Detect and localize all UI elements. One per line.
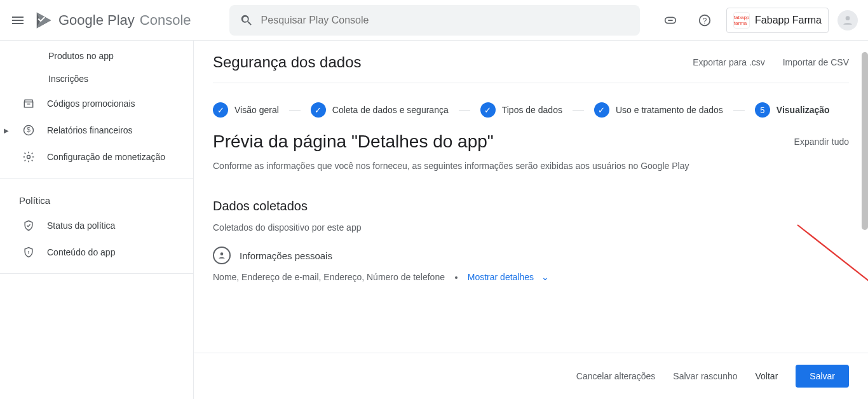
main-scroll: Segurança dos dados Exportar para .csv I… <box>194 41 868 353</box>
search-bar[interactable] <box>229 5 640 36</box>
collected-sub: Coletados do dispositivo por este app <box>213 222 849 233</box>
top-icons: ? fabapp farma Fabapp Farma <box>658 8 858 33</box>
account-chip[interactable]: fabapp farma Fabapp Farma <box>726 8 829 33</box>
save-draft-button[interactable]: Salvar rascunho <box>673 371 737 381</box>
expand-all[interactable]: Expandir tudo <box>794 137 849 147</box>
info-row: Informações pessoais <box>213 247 849 264</box>
link-icon[interactable] <box>658 8 683 33</box>
brand-name-2: Console <box>140 12 191 29</box>
step-preview[interactable]: 5Visualização <box>755 102 830 118</box>
step-overview[interactable]: ✓Visão geral <box>213 102 279 118</box>
step-label: Tipos de dados <box>502 105 562 115</box>
dot-separator <box>455 276 458 279</box>
svg-text:$: $ <box>27 126 31 133</box>
sidebar-item-promos[interactable]: Códigos promocionais <box>0 90 193 117</box>
page-header: Segurança dos dados Exportar para .csv I… <box>213 53 849 83</box>
step-separator <box>289 110 301 111</box>
section-header: Prévia da página "Detalhes do app" Expan… <box>213 132 849 152</box>
info-label: Informações pessoais <box>240 250 332 261</box>
sidebar-item-label: Status da política <box>47 220 115 231</box>
sidebar-item-label: Códigos promocionais <box>47 98 135 109</box>
search-icon <box>240 13 254 27</box>
collected-list-row: Nome, Endereço de e-mail, Endereço, Núme… <box>213 272 849 282</box>
check-icon: ✓ <box>480 102 496 118</box>
logo[interactable]: Google Play Console <box>34 11 191 30</box>
step-usage[interactable]: ✓Uso e tratamento de dados <box>594 102 723 118</box>
sidebar-item-products[interactable]: Produtos no app <box>0 44 193 67</box>
save-button[interactable]: Salvar <box>796 365 849 388</box>
check-icon: ✓ <box>594 102 609 118</box>
svg-point-8 <box>28 251 29 252</box>
user-avatar[interactable] <box>837 10 858 30</box>
step-label: Coleta de dados e segurança <box>332 105 449 115</box>
show-details-link[interactable]: Mostrar detalhes <box>468 272 534 282</box>
sidebar-item-policy-status[interactable]: Status da política <box>0 212 193 239</box>
search-input[interactable] <box>261 15 630 26</box>
sidebar-item-monetization[interactable]: Configuração de monetização <box>0 144 193 170</box>
help-icon[interactable]: ? <box>692 8 717 33</box>
page-title: Segurança dos dados <box>213 53 362 71</box>
svg-text:?: ? <box>703 16 707 25</box>
scrollbar-thumb[interactable] <box>862 52 868 230</box>
import-csv-link[interactable]: Importar de CSV <box>783 57 849 67</box>
sidebar-item-app-content[interactable]: Conteúdo do app <box>0 239 193 266</box>
step-separator <box>733 110 745 111</box>
sidebar-item-finance[interactable]: ▶ $ Relatórios financeiros <box>0 117 193 144</box>
svg-rect-9 <box>29 252 29 254</box>
person-icon <box>213 247 231 264</box>
storefront-icon <box>22 97 36 111</box>
brand-name-1: Google Play <box>58 12 135 29</box>
sidebar-item-label: Conteúdo do app <box>47 247 115 257</box>
back-button[interactable]: Voltar <box>756 371 778 381</box>
chevron-down-icon: ⌄ <box>541 272 549 282</box>
header-links: Exportar para .csv Importar de CSV <box>693 57 849 67</box>
svg-line-11 <box>797 225 868 353</box>
sidebar-item-label: Relatórios financeiros <box>47 125 133 135</box>
svg-point-7 <box>27 156 31 159</box>
step-label: Visão geral <box>234 105 279 115</box>
shield-check-icon <box>22 219 36 233</box>
step-separator <box>459 110 470 111</box>
collected-title: Dados coletados <box>213 199 849 213</box>
step-label: Visualização <box>776 105 830 115</box>
divider <box>0 178 193 179</box>
step-label: Uso e tratamento de dados <box>616 105 723 115</box>
account-name: Fabapp Farma <box>755 15 822 26</box>
step-collection[interactable]: ✓Coleta de dados e segurança <box>311 102 449 118</box>
topbar: Google Play Console ? fabapp farma Fabap… <box>0 0 868 41</box>
sidebar-section-policy: Política <box>0 186 193 212</box>
footer: Cancelar alterações Salvar rascunho Volt… <box>194 353 868 399</box>
step-types[interactable]: ✓Tipos de dados <box>480 102 562 118</box>
divider <box>0 273 193 274</box>
sidebar-item-label: Produtos no app <box>48 51 114 61</box>
sidebar-item-label: Inscrições <box>48 74 88 84</box>
export-csv-link[interactable]: Exportar para .csv <box>693 57 765 67</box>
check-icon: ✓ <box>213 102 228 118</box>
gear-icon <box>22 150 36 164</box>
hamburger-icon[interactable] <box>10 13 25 28</box>
cancel-button[interactable]: Cancelar alterações <box>576 371 656 381</box>
dollar-icon: $ <box>22 123 36 137</box>
app-mini-icon: fabapp farma <box>733 12 750 29</box>
section-title: Prévia da página "Detalhes do app" <box>213 132 494 152</box>
check-icon: ✓ <box>311 102 326 118</box>
collected-list: Nome, Endereço de e-mail, Endereço, Núme… <box>213 272 445 282</box>
step-number: 5 <box>755 102 770 118</box>
sidebar: Produtos no app Inscrições Códigos promo… <box>0 41 194 399</box>
chevron-right-icon: ▶ <box>4 127 9 134</box>
section-desc: Conforme as informações que você nos for… <box>213 161 849 171</box>
shield-icon <box>22 245 36 259</box>
stepper: ✓Visão geral ✓Coleta de dados e seguranç… <box>213 102 849 118</box>
main: Segurança dos dados Exportar para .csv I… <box>194 41 868 399</box>
step-separator <box>573 110 584 111</box>
svg-point-4 <box>846 16 850 20</box>
sidebar-item-label: Configuração de monetização <box>47 152 165 162</box>
svg-point-10 <box>220 252 224 255</box>
sidebar-item-subscriptions[interactable]: Inscrições <box>0 67 193 90</box>
play-console-icon <box>34 11 53 30</box>
